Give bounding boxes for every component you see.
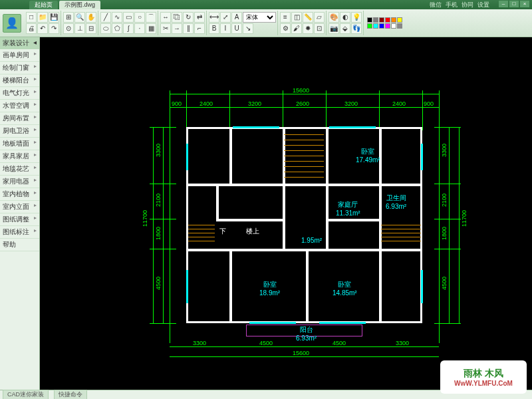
circle-tool[interactable]: ○ bbox=[134, 12, 145, 23]
camera-button[interactable]: 📷 bbox=[329, 23, 339, 34]
explode-button[interactable]: ✸ bbox=[303, 23, 313, 34]
link-collab[interactable]: 协同 bbox=[462, 1, 473, 9]
dim-text: 3300 bbox=[396, 340, 409, 346]
material-button[interactable]: ◐ bbox=[340, 12, 350, 23]
color-orange[interactable] bbox=[391, 17, 396, 23]
spline-tool[interactable]: ∫ bbox=[123, 23, 134, 34]
walkthrough-button[interactable]: 👣 bbox=[351, 23, 362, 34]
group-button[interactable]: ⊡ bbox=[314, 23, 325, 34]
view3d-button[interactable]: ⬙ bbox=[340, 23, 350, 34]
sidebar-item-help[interactable]: 帮助 bbox=[0, 239, 39, 251]
layout-tab[interactable]: 快捷命令 bbox=[54, 390, 87, 399]
zoom-extents-button[interactable]: ⊞ bbox=[63, 12, 74, 23]
tab-start[interactable]: 起始页 bbox=[29, 1, 58, 9]
trim-tool[interactable]: ✂ bbox=[160, 23, 171, 34]
link-wechat[interactable]: 微信 bbox=[430, 1, 442, 9]
minimize-button[interactable]: – bbox=[499, 1, 508, 7]
osnap-button[interactable]: ⊙ bbox=[63, 23, 74, 34]
color-red[interactable] bbox=[385, 17, 390, 23]
dim-line bbox=[153, 127, 154, 323]
color-cyan[interactable] bbox=[373, 23, 378, 29]
app-avatar-icon[interactable]: 👤 bbox=[3, 14, 21, 33]
sidebar-item-elevation[interactable]: 室内立面▸ bbox=[0, 201, 39, 213]
sidebar-item-room[interactable]: 画单房间▸ bbox=[0, 49, 39, 62]
extend-tool[interactable]: → bbox=[172, 23, 182, 34]
redo-button[interactable]: ↷ bbox=[49, 23, 59, 34]
undo-button[interactable]: ↶ bbox=[37, 23, 48, 34]
text-tool[interactable]: A bbox=[231, 12, 242, 23]
polyline-tool[interactable]: ∿ bbox=[112, 12, 122, 23]
model-tab[interactable]: CAD迷你家装 bbox=[3, 390, 49, 399]
sidebar-item-layout[interactable]: 房间布置▸ bbox=[0, 112, 39, 125]
sidebar-item-floorwall[interactable]: 地板墙面▸ bbox=[0, 138, 39, 150]
color-black[interactable] bbox=[367, 17, 372, 23]
save-button[interactable]: 💾 bbox=[49, 12, 59, 23]
pan-button[interactable]: ✋ bbox=[86, 12, 96, 23]
mirror-tool[interactable]: ⇄ bbox=[194, 12, 205, 23]
ortho-button[interactable]: ⊥ bbox=[74, 23, 85, 34]
color-midgray[interactable] bbox=[397, 23, 402, 29]
underline-button[interactable]: U bbox=[231, 23, 242, 34]
area-tool[interactable]: ▱ bbox=[314, 12, 325, 23]
leader-tool[interactable]: ↘ bbox=[243, 23, 253, 34]
color-yellow[interactable] bbox=[397, 17, 402, 23]
hatch-tool[interactable]: ▦ bbox=[146, 23, 156, 34]
sidebar-item-plumbing[interactable]: 水管空调▸ bbox=[0, 100, 39, 112]
sidebar-item-kitchen[interactable]: 厨电卫浴▸ bbox=[0, 125, 39, 138]
point-tool[interactable]: · bbox=[134, 23, 145, 34]
block-button[interactable]: ◫ bbox=[291, 12, 302, 23]
polygon-tool[interactable]: ⬠ bbox=[112, 23, 122, 34]
sidebar-item-annotate[interactable]: 图纸标注▸ bbox=[0, 226, 39, 239]
sidebar-item-adjust[interactable]: 图纸调整▸ bbox=[0, 213, 39, 226]
sidebar-item-appliance[interactable]: 家用电器▸ bbox=[0, 176, 39, 188]
wall bbox=[186, 184, 422, 186]
close-button[interactable]: × bbox=[520, 1, 529, 7]
sidebar-item-stair[interactable]: 楼梯阳台▸ bbox=[0, 74, 39, 87]
grid-button[interactable]: ⊟ bbox=[86, 23, 96, 34]
color-green[interactable] bbox=[367, 23, 372, 29]
dim-text: 1800 bbox=[155, 227, 162, 240]
dim-text: 3300 bbox=[193, 340, 206, 346]
color-white[interactable] bbox=[391, 23, 396, 29]
match-button[interactable]: 🖌 bbox=[291, 23, 302, 34]
color-magenta[interactable] bbox=[385, 23, 390, 29]
color-darkred[interactable] bbox=[379, 17, 384, 23]
fillet-tool[interactable]: ⌐ bbox=[194, 23, 205, 34]
color-gray[interactable] bbox=[373, 17, 378, 23]
rotate-tool[interactable]: ↻ bbox=[183, 12, 194, 23]
render-button[interactable]: 🎨 bbox=[329, 12, 339, 23]
maximize-button[interactable]: □ bbox=[509, 1, 519, 7]
dim-aligned-tool[interactable]: ⤢ bbox=[220, 12, 231, 23]
sidebar-item-plant[interactable]: 室内植物▸ bbox=[0, 188, 39, 201]
rectangle-tool[interactable]: ▭ bbox=[123, 12, 134, 23]
offset-tool[interactable]: ‖ bbox=[183, 23, 194, 34]
sidebar-item-doorwindow[interactable]: 绘制门窗▸ bbox=[0, 62, 39, 74]
zoom-window-button[interactable]: 🔍 bbox=[74, 12, 85, 23]
ext-line bbox=[379, 90, 380, 130]
light-button[interactable]: 💡 bbox=[351, 12, 362, 23]
print-button[interactable]: 🖨 bbox=[26, 23, 37, 34]
sidebar-item-furniture[interactable]: 家具家居▸ bbox=[0, 150, 39, 163]
copy-tool[interactable]: ⿻ bbox=[172, 12, 182, 23]
properties-button[interactable]: ⚙ bbox=[280, 23, 291, 34]
move-tool[interactable]: ↔ bbox=[160, 12, 171, 23]
sidebar-item-carpet[interactable]: 地毯花艺▸ bbox=[0, 163, 39, 176]
color-blue[interactable] bbox=[379, 23, 384, 29]
drawing-canvas[interactable]: 15600 900 2400 3200 2600 3200 2400 900 1… bbox=[40, 37, 532, 390]
bold-button[interactable]: B bbox=[209, 23, 219, 34]
sidebar-item-electric[interactable]: 电气灯光▸ bbox=[0, 87, 39, 100]
link-mobile[interactable]: 手机 bbox=[446, 1, 458, 9]
sidebar-header[interactable]: 家装设计◂ bbox=[0, 37, 39, 49]
tab-document[interactable]: 示例图.dwg bbox=[59, 1, 100, 9]
font-select[interactable]: 宋体 bbox=[243, 12, 276, 23]
arc-tool[interactable]: ⌒ bbox=[146, 12, 156, 23]
measure-tool[interactable]: 📏 bbox=[303, 12, 313, 23]
link-settings[interactable]: 设置 bbox=[477, 1, 489, 9]
ellipse-tool[interactable]: ⬭ bbox=[100, 23, 111, 34]
dim-linear-tool[interactable]: ⟷ bbox=[209, 12, 219, 23]
open-button[interactable]: 📁 bbox=[37, 12, 48, 23]
layer-button[interactable]: ≡ bbox=[280, 12, 291, 23]
new-button[interactable]: □ bbox=[26, 12, 37, 23]
italic-button[interactable]: I bbox=[220, 23, 231, 34]
line-tool[interactable]: ╱ bbox=[100, 12, 111, 23]
